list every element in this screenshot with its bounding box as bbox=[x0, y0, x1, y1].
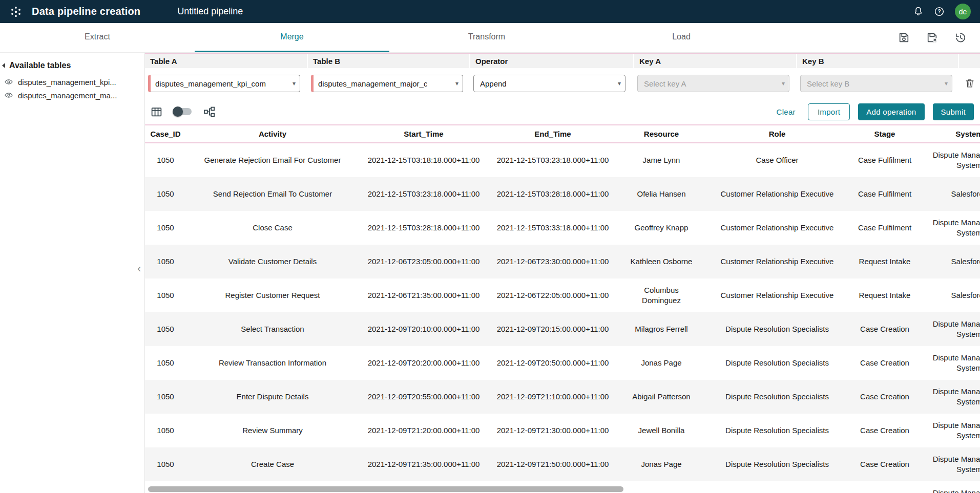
table-row: 1050Close Case2021-12-15T03:28:18.000+11… bbox=[145, 211, 980, 245]
table-row: 1050Validate Customer Details2021-12-06T… bbox=[145, 245, 980, 278]
table-cell: Case Fulfilment bbox=[849, 143, 921, 177]
table-cell: Case Creation bbox=[849, 346, 921, 380]
import-button[interactable]: Import bbox=[808, 103, 850, 120]
merge-config-header: Table ATable BOperatorKey AKey B bbox=[145, 53, 980, 68]
table-b-select[interactable]: disputes_management_major_c ▾ bbox=[311, 75, 463, 92]
table-cell: Customer Relationship Executive bbox=[705, 211, 849, 245]
column-header-stage: Stage bbox=[849, 125, 921, 142]
add-operation-button[interactable]: Add operation bbox=[858, 103, 924, 120]
table-cell: Dispute Resolution Specialists bbox=[705, 414, 849, 447]
table-name: disputes_management_ma... bbox=[18, 91, 117, 100]
sidebar-table-item[interactable]: disputes_management_ma... bbox=[0, 89, 144, 102]
operator-slot: Append ▾ bbox=[470, 75, 634, 92]
table-cell: Salesforce bbox=[921, 278, 980, 312]
table-cell: 1050 bbox=[145, 346, 186, 380]
history-icon[interactable] bbox=[954, 31, 967, 44]
column-header-system: System bbox=[921, 125, 980, 142]
table-cell: Review Transaction Information bbox=[186, 346, 359, 380]
delete-slot bbox=[959, 78, 980, 89]
app-logo-icon bbox=[9, 5, 23, 18]
chevron-down-icon: ▾ bbox=[455, 80, 458, 87]
clear-button[interactable]: Clear bbox=[773, 103, 800, 120]
config-col-label: Key A bbox=[634, 54, 796, 68]
config-col-label: Key B bbox=[797, 54, 958, 68]
horizontal-scrollbar-thumb[interactable] bbox=[148, 486, 623, 492]
tab-actions bbox=[779, 23, 980, 52]
pipeline-name: Untitled pipeline bbox=[177, 6, 243, 17]
page-body: Available tables disputes_management_kpi… bbox=[0, 53, 980, 493]
table-a-value: disputes_management_kpi_com bbox=[155, 79, 266, 88]
table-cell: 2021-12-06T23:30:00.000+11:00 bbox=[488, 245, 617, 278]
topbar: Data pipeline creation Untitled pipeline… bbox=[0, 0, 980, 23]
table-cell: 2021-12-09T21:30:00.000+11:00 bbox=[488, 414, 617, 447]
toggle-knob[interactable] bbox=[173, 106, 183, 117]
table-cell: Milagros Ferrell bbox=[617, 312, 705, 346]
key-a-slot: Select key A ▾ bbox=[634, 75, 797, 92]
tab-load[interactable]: Load bbox=[584, 23, 779, 52]
table-cell: 1050 bbox=[145, 312, 186, 346]
panel-collapse-chevron[interactable]: ‹ bbox=[137, 263, 141, 274]
column-header-activity: Activity bbox=[186, 125, 359, 142]
table-cell: 2021-12-06T23:05:00.000+11:00 bbox=[359, 245, 488, 278]
svg-text:?: ? bbox=[937, 9, 941, 14]
table-cell: 1050 bbox=[145, 414, 186, 447]
table-cell: 2021-12-06T22:05:00.000+11:00 bbox=[488, 278, 617, 312]
horizontal-scrollbar[interactable] bbox=[145, 486, 980, 493]
tab-extract[interactable]: Extract bbox=[0, 23, 195, 52]
table-cell: Case Fulfilment bbox=[849, 211, 921, 245]
help-icon[interactable]: ? bbox=[934, 6, 945, 17]
chevron-down-icon: ▾ bbox=[618, 80, 621, 87]
table-cell: 1050 bbox=[145, 143, 186, 177]
save-discard-icon[interactable] bbox=[926, 31, 939, 44]
table-b-value: disputes_management_major_c bbox=[318, 79, 427, 88]
table-cell: Case Creation bbox=[849, 380, 921, 414]
table-cell: Customer Relationship Executive bbox=[705, 177, 849, 211]
table-cell: Case Creation bbox=[849, 414, 921, 447]
view-toggle-switch[interactable] bbox=[174, 108, 192, 115]
tab-transform[interactable]: Transform bbox=[389, 23, 584, 52]
app-title: Data pipeline creation bbox=[32, 6, 140, 17]
table-cell: Case Creation bbox=[849, 312, 921, 346]
tab-merge[interactable]: Merge bbox=[195, 23, 389, 52]
table-cell: Create Case bbox=[186, 447, 359, 481]
submit-button[interactable]: Submit bbox=[933, 103, 974, 120]
table-row: 1050Review Summary2021-12-09T21:20:00.00… bbox=[145, 414, 980, 447]
table-name: disputes_management_kpi... bbox=[18, 78, 116, 87]
table-cell: 2021-12-15T03:33:18.000+11:00 bbox=[488, 211, 617, 245]
table-cell: 1050 bbox=[145, 278, 186, 312]
save-icon[interactable] bbox=[898, 31, 910, 44]
chevron-down-icon: ▾ bbox=[293, 80, 296, 87]
eye-icon[interactable] bbox=[4, 77, 13, 87]
key-b-placeholder: Select key B bbox=[807, 79, 849, 88]
collapse-caret-icon[interactable] bbox=[2, 63, 5, 68]
table-cell: Dispute Management System bbox=[921, 346, 980, 380]
operator-select[interactable]: Append ▾ bbox=[473, 75, 625, 92]
flow-view-icon[interactable] bbox=[203, 105, 216, 118]
notifications-bell-icon[interactable] bbox=[913, 6, 924, 17]
topbar-right: ? de bbox=[913, 4, 971, 19]
table-cell: 2021-12-09T20:20:00.000+11:00 bbox=[359, 346, 488, 380]
table-a-select[interactable]: disputes_management_kpi_com ▾ bbox=[148, 75, 300, 92]
available-tables-header[interactable]: Available tables bbox=[0, 58, 144, 75]
available-tables-list: disputes_management_kpi...disputes_manag… bbox=[0, 75, 144, 102]
table-cell: Geoffrey Knapp bbox=[617, 211, 705, 245]
table-cell: Jewell Bonilla bbox=[617, 414, 705, 447]
app-root: Data pipeline creation Untitled pipeline… bbox=[0, 0, 980, 493]
table-cell: Dispute Management System bbox=[921, 312, 980, 346]
eye-icon[interactable] bbox=[4, 91, 13, 100]
table-cell: Generate Rejection Email For Customer bbox=[186, 143, 359, 177]
sidebar-table-item[interactable]: disputes_management_kpi... bbox=[0, 75, 144, 89]
main-panel: Table ATable BOperatorKey AKey B dispute… bbox=[145, 53, 980, 493]
user-avatar[interactable]: de bbox=[955, 4, 971, 19]
column-header-start_time: Start_Time bbox=[359, 125, 488, 142]
table-cell: 1050 bbox=[145, 447, 186, 481]
table-cell: 2021-12-09T20:55:00.000+11:00 bbox=[359, 380, 488, 414]
table-cell: Kathleen Osborne bbox=[617, 245, 705, 278]
table-cell: 2021-12-15T03:23:18.000+11:00 bbox=[488, 143, 617, 177]
table-cell: Jonas Page bbox=[617, 346, 705, 380]
trash-icon[interactable] bbox=[964, 78, 975, 89]
table-cell: 2021-12-15T03:28:18.000+11:00 bbox=[488, 177, 617, 211]
table-cell: Dispute Management System bbox=[921, 143, 980, 177]
table-view-icon[interactable] bbox=[150, 105, 163, 118]
chevron-down-icon: ▾ bbox=[782, 80, 785, 87]
